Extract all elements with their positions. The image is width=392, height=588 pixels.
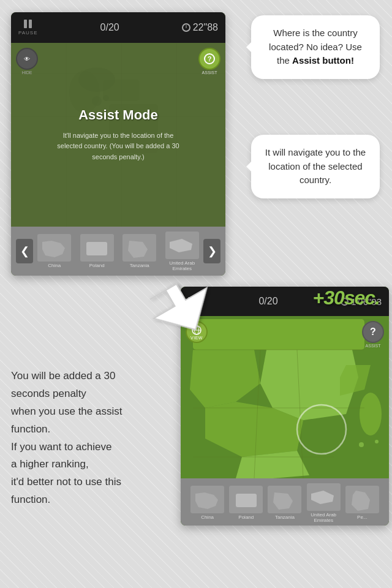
pause-label: PAUSE xyxy=(18,30,38,36)
assist-mode-title: Assist Mode xyxy=(78,107,158,123)
tanzania-name-b: Tanzania xyxy=(275,514,295,520)
speech-bubble-2: It will navigate you to the location of … xyxy=(251,135,380,198)
poland-shape-b xyxy=(229,486,263,513)
tanzania-shape-b xyxy=(268,486,301,513)
country-item-uae-b[interactable]: United Arab Emirates xyxy=(307,483,341,523)
china-name: China xyxy=(48,263,61,268)
peru-shape-b xyxy=(345,486,379,513)
poland-shape xyxy=(80,234,114,262)
score-display-top: 0/20 xyxy=(100,22,119,33)
tanzania-name: Tanzania xyxy=(130,263,149,268)
game-header-top: PAUSE 0/20 22"88 xyxy=(11,12,225,43)
china-name-b: China xyxy=(201,514,214,520)
instruction-line4: function. xyxy=(11,423,50,435)
assist-mode-overlay: Assist Mode It'll navigate you to the lo… xyxy=(11,43,225,227)
assist-circle-bottom[interactable]: ? xyxy=(362,321,384,343)
country-item-tanzania[interactable]: Tanzania xyxy=(123,234,156,268)
penalty-badge: +30sec. xyxy=(312,287,380,309)
timer-value-top: 22"88 xyxy=(193,22,218,33)
assist-button-bottom[interactable]: ? ASSIST xyxy=(362,321,384,348)
country-strip-bottom: China Poland Tanzania United Arab Emirat… xyxy=(181,478,389,526)
poland-name-b: Poland xyxy=(238,514,254,520)
assist-label-top: ASSIST xyxy=(198,70,221,75)
hide-button-area[interactable]: 👁 HIDE xyxy=(16,48,38,75)
uae-shape-b xyxy=(307,483,341,511)
game-map-top: Assist Mode It'll navigate you to the lo… xyxy=(11,43,225,227)
assist-button-area-top[interactable]: ASSIST xyxy=(198,48,221,75)
svg-rect-13 xyxy=(86,242,107,255)
navigation-arrow xyxy=(147,279,214,341)
bubble1-bold-text: Assist button! xyxy=(292,55,354,66)
country-item-china-b[interactable]: China xyxy=(190,486,224,520)
instruction-text: You will be added a 30 seconds penalty w… xyxy=(11,368,173,509)
speech-bubble-1: Where is the country located? No idea? U… xyxy=(251,15,380,79)
uae-name: United Arab Emirates xyxy=(165,260,199,271)
instruction-text-section: You will be added a 30 seconds penalty w… xyxy=(11,368,173,509)
pause-bar-right xyxy=(29,20,32,28)
country-item-peru-b[interactable]: Pe... xyxy=(345,486,379,520)
svg-point-17 xyxy=(360,393,382,435)
score-display-bottom: 0/20 xyxy=(258,296,277,307)
hide-label: HIDE xyxy=(16,70,38,75)
svg-marker-14 xyxy=(147,279,214,341)
uae-shape xyxy=(165,232,199,259)
svg-point-19 xyxy=(375,440,379,443)
hide-button[interactable]: 👁 xyxy=(16,48,38,70)
bubble2-text: It will navigate you to the location of … xyxy=(263,146,368,187)
instruction-line3: when you use the assist xyxy=(11,405,122,417)
instruction-line8: function. xyxy=(11,494,50,505)
country-item-tanzania-b[interactable]: Tanzania xyxy=(268,486,301,520)
strip-nav-right[interactable]: ❯ xyxy=(203,239,221,263)
svg-rect-29 xyxy=(236,494,257,507)
strip-nav-left[interactable]: ❮ xyxy=(16,239,33,263)
country-item-china[interactable]: China xyxy=(37,234,71,268)
instruction-line2: seconds penalty xyxy=(11,388,86,399)
assist-button-top[interactable] xyxy=(198,48,221,70)
assist-mode-description: It'll navigate you to the location of th… xyxy=(51,130,186,163)
country-strip-top: ❮ China Poland Tanzania xyxy=(11,227,225,276)
svg-rect-16 xyxy=(193,319,364,350)
question-mark-icon: ? xyxy=(370,327,376,337)
clock-icon-top xyxy=(182,23,190,32)
country-item-uae[interactable]: United Arab Emirates xyxy=(165,232,199,271)
uae-name-b: United Arab Emirates xyxy=(307,512,341,523)
peru-name-b: Pe... xyxy=(357,514,367,520)
tanzania-shape xyxy=(123,234,156,262)
timer-display-top: 22"88 xyxy=(182,22,218,33)
instruction-line1: You will be added a 30 xyxy=(11,370,115,382)
assist-label-bottom: ASSIST xyxy=(362,344,384,348)
top-game-screenshot: PAUSE 0/20 22"88 xyxy=(11,12,225,276)
country-item-poland[interactable]: Poland xyxy=(80,234,114,268)
china-shape xyxy=(37,234,71,262)
instruction-line6: a higher ranking, xyxy=(11,458,89,470)
pause-button[interactable]: PAUSE xyxy=(18,20,38,36)
eye-icon: 👁 xyxy=(24,56,30,62)
pause-bar-left xyxy=(24,20,27,28)
country-items-top: China Poland Tanzania Unit xyxy=(33,232,203,271)
country-item-poland-b[interactable]: Poland xyxy=(229,486,263,520)
poland-name: Poland xyxy=(89,263,105,268)
bubble1-text: Where is the country located? No idea? U… xyxy=(263,26,368,68)
instruction-line7: it'd better not to use this xyxy=(11,476,121,488)
assist-icon-top xyxy=(204,53,215,64)
svg-point-18 xyxy=(359,442,364,447)
instruction-line5: If you want to achieve xyxy=(11,441,111,453)
china-shape-b xyxy=(190,486,224,513)
